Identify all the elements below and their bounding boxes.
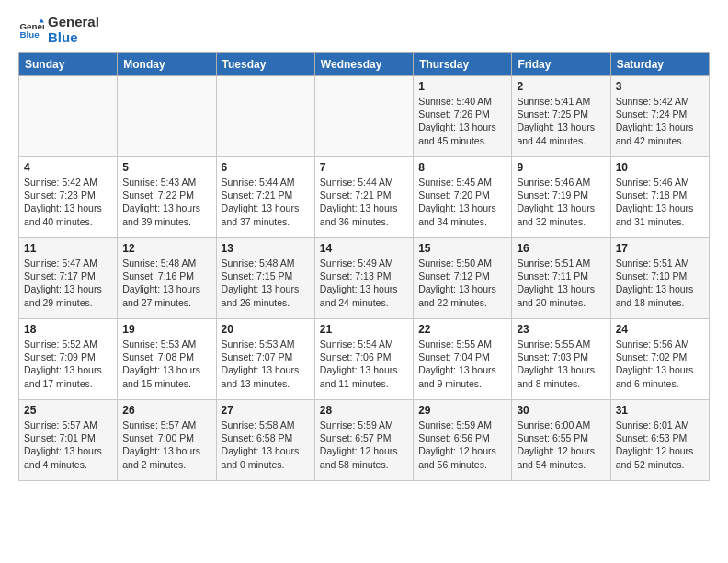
day-info: Sunrise: 5:48 AM Sunset: 7:16 PM Dayligh… bbox=[122, 257, 210, 309]
day-number: 23 bbox=[517, 323, 605, 336]
calendar-cell: 25Sunrise: 5:57 AM Sunset: 7:01 PM Dayli… bbox=[19, 400, 118, 481]
day-info: Sunrise: 5:44 AM Sunset: 7:21 PM Dayligh… bbox=[222, 176, 310, 228]
day-number: 7 bbox=[320, 161, 408, 174]
logo-blue: Blue bbox=[48, 30, 99, 46]
weekday-header-monday: Monday bbox=[118, 53, 216, 76]
day-number: 8 bbox=[418, 161, 506, 174]
calendar-header-row: SundayMondayTuesdayWednesdayThursdayFrid… bbox=[19, 53, 710, 76]
day-number: 28 bbox=[320, 404, 408, 417]
calendar-week-5: 25Sunrise: 5:57 AM Sunset: 7:01 PM Dayli… bbox=[19, 400, 710, 481]
day-number: 6 bbox=[222, 161, 310, 174]
day-number: 9 bbox=[517, 161, 605, 174]
calendar-cell: 14Sunrise: 5:49 AM Sunset: 7:13 PM Dayli… bbox=[314, 238, 413, 319]
weekday-header-tuesday: Tuesday bbox=[216, 53, 314, 76]
calendar-cell: 18Sunrise: 5:52 AM Sunset: 7:09 PM Dayli… bbox=[19, 319, 118, 400]
calendar-cell: 7Sunrise: 5:44 AM Sunset: 7:21 PM Daylig… bbox=[314, 157, 413, 238]
day-info: Sunrise: 5:42 AM Sunset: 7:24 PM Dayligh… bbox=[616, 95, 704, 147]
calendar-cell: 9Sunrise: 5:46 AM Sunset: 7:19 PM Daylig… bbox=[512, 157, 610, 238]
day-info: Sunrise: 5:50 AM Sunset: 7:12 PM Dayligh… bbox=[418, 257, 506, 309]
day-number: 26 bbox=[122, 404, 210, 417]
calendar-cell: 10Sunrise: 5:46 AM Sunset: 7:18 PM Dayli… bbox=[610, 157, 709, 238]
weekday-header-wednesday: Wednesday bbox=[314, 53, 413, 76]
weekday-header-sunday: Sunday bbox=[19, 53, 118, 76]
logo-icon: General Blue bbox=[18, 17, 44, 43]
day-info: Sunrise: 5:49 AM Sunset: 7:13 PM Dayligh… bbox=[320, 257, 408, 309]
day-number: 17 bbox=[616, 242, 704, 255]
day-info: Sunrise: 5:45 AM Sunset: 7:20 PM Dayligh… bbox=[418, 176, 506, 228]
day-info: Sunrise: 5:55 AM Sunset: 7:03 PM Dayligh… bbox=[517, 338, 605, 390]
day-info: Sunrise: 5:46 AM Sunset: 7:18 PM Dayligh… bbox=[616, 176, 704, 228]
calendar-cell: 6Sunrise: 5:44 AM Sunset: 7:21 PM Daylig… bbox=[216, 157, 314, 238]
calendar-cell: 29Sunrise: 5:59 AM Sunset: 6:56 PM Dayli… bbox=[414, 400, 512, 481]
calendar-cell: 5Sunrise: 5:43 AM Sunset: 7:22 PM Daylig… bbox=[118, 157, 216, 238]
day-info: Sunrise: 5:51 AM Sunset: 7:10 PM Dayligh… bbox=[616, 257, 704, 309]
day-number: 27 bbox=[222, 404, 310, 417]
calendar-cell: 2Sunrise: 5:41 AM Sunset: 7:25 PM Daylig… bbox=[512, 76, 610, 157]
calendar-cell: 20Sunrise: 5:53 AM Sunset: 7:07 PM Dayli… bbox=[216, 319, 314, 400]
calendar-cell bbox=[216, 76, 314, 157]
day-number: 12 bbox=[122, 242, 210, 255]
day-number: 11 bbox=[24, 242, 112, 255]
calendar-cell: 22Sunrise: 5:55 AM Sunset: 7:04 PM Dayli… bbox=[414, 319, 512, 400]
calendar-cell: 11Sunrise: 5:47 AM Sunset: 7:17 PM Dayli… bbox=[19, 238, 118, 319]
day-info: Sunrise: 5:47 AM Sunset: 7:17 PM Dayligh… bbox=[24, 257, 112, 309]
calendar-table: SundayMondayTuesdayWednesdayThursdayFrid… bbox=[18, 52, 710, 481]
page-header: General Blue General Blue bbox=[18, 15, 710, 45]
logo-general: General bbox=[48, 15, 99, 30]
day-number: 30 bbox=[517, 404, 605, 417]
day-info: Sunrise: 5:40 AM Sunset: 7:26 PM Dayligh… bbox=[418, 95, 506, 147]
svg-text:Blue: Blue bbox=[19, 29, 40, 40]
calendar-cell: 31Sunrise: 6:01 AM Sunset: 6:53 PM Dayli… bbox=[610, 400, 709, 481]
day-number: 18 bbox=[24, 323, 112, 336]
day-info: Sunrise: 5:43 AM Sunset: 7:22 PM Dayligh… bbox=[122, 176, 210, 228]
day-number: 19 bbox=[122, 323, 210, 336]
day-number: 15 bbox=[418, 242, 506, 255]
day-number: 16 bbox=[517, 242, 605, 255]
calendar-week-4: 18Sunrise: 5:52 AM Sunset: 7:09 PM Dayli… bbox=[19, 319, 710, 400]
calendar-cell: 13Sunrise: 5:48 AM Sunset: 7:15 PM Dayli… bbox=[216, 238, 314, 319]
day-number: 13 bbox=[222, 242, 310, 255]
day-info: Sunrise: 5:57 AM Sunset: 7:01 PM Dayligh… bbox=[24, 419, 112, 471]
day-info: Sunrise: 5:42 AM Sunset: 7:23 PM Dayligh… bbox=[24, 176, 112, 228]
day-number: 5 bbox=[122, 161, 210, 174]
day-info: Sunrise: 5:51 AM Sunset: 7:11 PM Dayligh… bbox=[517, 257, 605, 309]
logo: General Blue General Blue bbox=[18, 15, 99, 45]
day-info: Sunrise: 5:52 AM Sunset: 7:09 PM Dayligh… bbox=[24, 338, 112, 390]
calendar-cell: 28Sunrise: 5:59 AM Sunset: 6:57 PM Dayli… bbox=[314, 400, 413, 481]
calendar-week-1: 1Sunrise: 5:40 AM Sunset: 7:26 PM Daylig… bbox=[19, 76, 710, 157]
day-info: Sunrise: 5:53 AM Sunset: 7:08 PM Dayligh… bbox=[122, 338, 210, 390]
calendar-cell: 26Sunrise: 5:57 AM Sunset: 7:00 PM Dayli… bbox=[118, 400, 216, 481]
calendar-cell: 27Sunrise: 5:58 AM Sunset: 6:58 PM Dayli… bbox=[216, 400, 314, 481]
calendar-cell bbox=[314, 76, 413, 157]
day-number: 3 bbox=[616, 80, 704, 93]
day-info: Sunrise: 5:59 AM Sunset: 6:57 PM Dayligh… bbox=[320, 419, 408, 471]
day-number: 22 bbox=[418, 323, 506, 336]
calendar-cell: 4Sunrise: 5:42 AM Sunset: 7:23 PM Daylig… bbox=[19, 157, 118, 238]
day-info: Sunrise: 6:00 AM Sunset: 6:55 PM Dayligh… bbox=[517, 419, 605, 471]
day-number: 20 bbox=[222, 323, 310, 336]
calendar-cell: 30Sunrise: 6:00 AM Sunset: 6:55 PM Dayli… bbox=[512, 400, 610, 481]
day-number: 21 bbox=[320, 323, 408, 336]
calendar-week-3: 11Sunrise: 5:47 AM Sunset: 7:17 PM Dayli… bbox=[19, 238, 710, 319]
day-info: Sunrise: 5:58 AM Sunset: 6:58 PM Dayligh… bbox=[222, 419, 310, 471]
calendar-cell bbox=[118, 76, 216, 157]
calendar-cell: 21Sunrise: 5:54 AM Sunset: 7:06 PM Dayli… bbox=[314, 319, 413, 400]
day-info: Sunrise: 5:46 AM Sunset: 7:19 PM Dayligh… bbox=[517, 176, 605, 228]
day-info: Sunrise: 5:44 AM Sunset: 7:21 PM Dayligh… bbox=[320, 176, 408, 228]
day-number: 25 bbox=[24, 404, 112, 417]
calendar-cell: 19Sunrise: 5:53 AM Sunset: 7:08 PM Dayli… bbox=[118, 319, 216, 400]
calendar-cell: 16Sunrise: 5:51 AM Sunset: 7:11 PM Dayli… bbox=[512, 238, 610, 319]
calendar-cell: 12Sunrise: 5:48 AM Sunset: 7:16 PM Dayli… bbox=[118, 238, 216, 319]
calendar-cell bbox=[19, 76, 118, 157]
day-number: 2 bbox=[517, 80, 605, 93]
day-number: 31 bbox=[616, 404, 704, 417]
day-info: Sunrise: 6:01 AM Sunset: 6:53 PM Dayligh… bbox=[616, 419, 704, 471]
day-info: Sunrise: 5:53 AM Sunset: 7:07 PM Dayligh… bbox=[222, 338, 310, 390]
day-number: 24 bbox=[616, 323, 704, 336]
calendar-cell: 17Sunrise: 5:51 AM Sunset: 7:10 PM Dayli… bbox=[610, 238, 709, 319]
day-info: Sunrise: 5:57 AM Sunset: 7:00 PM Dayligh… bbox=[122, 419, 210, 471]
day-info: Sunrise: 5:48 AM Sunset: 7:15 PM Dayligh… bbox=[222, 257, 310, 309]
weekday-header-saturday: Saturday bbox=[610, 53, 709, 76]
day-info: Sunrise: 5:59 AM Sunset: 6:56 PM Dayligh… bbox=[418, 419, 506, 471]
calendar-cell: 1Sunrise: 5:40 AM Sunset: 7:26 PM Daylig… bbox=[414, 76, 512, 157]
